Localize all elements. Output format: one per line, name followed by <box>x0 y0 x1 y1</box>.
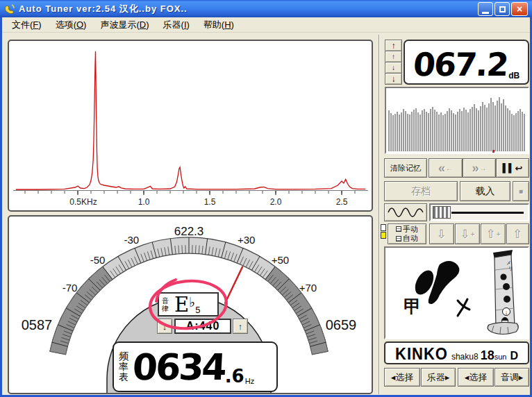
a440-up-button[interactable]: ↑ <box>233 319 248 334</box>
select-pitch-prev-button[interactable]: ◂选择 <box>458 368 494 387</box>
window-title: Auto Tuner ver:2.54 汉化..by FOX.. <box>19 3 188 15</box>
a440-down-button[interactable]: ↓ <box>157 319 172 334</box>
load-button[interactable]: 载入 <box>460 181 510 201</box>
slider-track[interactable] <box>451 212 524 214</box>
db-down-fine-button[interactable]: ↓ <box>385 62 402 74</box>
meri-text-2: リ <box>508 266 513 271</box>
fat-down-arrow-icon: ⇩ <box>436 227 446 242</box>
level-meter <box>385 87 529 154</box>
frequency-display: 频率表 0634 .6 Hz <box>113 341 278 392</box>
fat-up-arrow-icon: ⇧ <box>513 227 522 242</box>
manual-mode-icon <box>396 226 401 232</box>
maximize-button[interactable] <box>494 2 510 16</box>
return-arrow-icon: ↩ <box>515 163 523 174</box>
right-triangle-icon: ▸ <box>519 372 524 382</box>
forward-icon: » <box>472 161 479 176</box>
shift-down-button[interactable]: ⇩ <box>429 223 454 244</box>
svg-text:0659: 0659 <box>326 317 357 332</box>
meri-text-1: メ <box>506 260 511 265</box>
shift-up-plus-button[interactable]: ⇧+ <box>481 223 506 244</box>
db-down-coarse-button[interactable]: ↓ <box>385 73 402 85</box>
mode-toggle-button[interactable]: 手动 自动 <box>388 223 426 244</box>
tuning-gauge-panel: -70-50-30+30+50+70622.305870659 音律 E♭5 ↓… <box>8 215 373 394</box>
note-prefix-label: 音律 <box>162 297 170 312</box>
menu-options[interactable]: 选项(O) <box>49 17 94 33</box>
db-display: 067.2 dB <box>404 40 529 85</box>
db-unit: dB <box>508 71 519 81</box>
minimize-icon <box>482 12 489 14</box>
svg-text:1.0: 1.0 <box>138 197 150 207</box>
down-arrow-icon: ↓ <box>163 321 167 332</box>
volume-slider[interactable] <box>429 203 529 221</box>
select-instrument-prev-button[interactable]: ◂选择 <box>384 368 420 387</box>
note-display: 音律 E♭5 <box>158 292 219 316</box>
forward-button[interactable]: »→ <box>463 158 496 178</box>
shift-down-plus-button[interactable]: ⇩+ <box>455 223 480 244</box>
frequency-value: 0634 <box>132 349 226 385</box>
menu-bar: 文件(F) 选项(O) 声波显示(D) 乐器(I) 帮助(H) <box>2 17 530 33</box>
frequency-decimal: .6 <box>225 366 244 387</box>
octave-kanji: 甲 <box>404 296 421 316</box>
shift-up-button[interactable]: ⇧ <box>506 223 529 244</box>
down-arrow-bold-icon: ↓ <box>392 74 396 84</box>
note-value: E♭5 <box>170 294 200 315</box>
frequency-unit: Hz <box>245 377 254 385</box>
svg-text:2.0: 2.0 <box>270 197 282 207</box>
model-key: D <box>510 350 518 362</box>
window-border-left <box>0 17 2 397</box>
spectrum-panel: 0.5KHz1.01.52.02.5 <box>8 40 373 212</box>
slider-thumb[interactable] <box>433 206 451 219</box>
up-arrow-icon: ↑ <box>392 53 395 60</box>
instrument-model-display: KINKO shaku8 18 sun D <box>384 341 529 364</box>
svg-text:-70: -70 <box>63 282 78 294</box>
stop-button[interactable]: ■ <box>513 181 529 201</box>
select-pitch-next-button[interactable]: 音调▸ <box>494 368 529 387</box>
menu-help[interactable]: 帮助(H) <box>197 17 241 33</box>
sine-wave-button[interactable] <box>384 203 427 221</box>
svg-text:0587: 0587 <box>22 317 53 332</box>
clear-memory-button[interactable]: 清除记忆 <box>384 158 427 178</box>
spectrum-plot: 0.5KHz1.01.52.02.5 <box>9 41 372 210</box>
frequency-display-title: 频率表 <box>119 351 130 382</box>
db-up-coarse-button[interactable]: ↑ <box>385 40 402 51</box>
model-name: shaku8 <box>451 352 479 362</box>
menu-waveform-display[interactable]: 声波显示(D) <box>93 17 156 33</box>
pause-icon: ▌▌ <box>503 163 515 173</box>
db-up-fine-button[interactable]: ↑ <box>385 51 402 62</box>
stop-icon: ■ <box>519 187 523 195</box>
save-button[interactable]: 存档 <box>384 181 458 201</box>
down-arrow-icon: ↓ <box>392 64 395 71</box>
svg-text:+30: +30 <box>238 234 255 246</box>
menu-file[interactable]: 文件(F) <box>5 17 49 33</box>
rewind-icon: « <box>438 161 445 176</box>
svg-text:622.3: 622.3 <box>174 225 204 238</box>
svg-text:+70: +70 <box>299 282 317 294</box>
auto-indicator <box>381 232 386 239</box>
manual-indicator <box>381 224 386 231</box>
level-bars <box>386 88 528 153</box>
brush-stroke-curve <box>429 261 460 304</box>
notation-image-panel: 甲 メ リ ↓ <box>384 246 529 339</box>
model-size-unit: sun <box>494 353 507 361</box>
level-marker <box>492 150 494 153</box>
db-value: 067.2 <box>412 49 508 81</box>
svg-text:2.5: 2.5 <box>336 197 348 207</box>
rewind-button[interactable]: «← <box>429 158 463 178</box>
maximize-icon <box>499 6 506 12</box>
fat-up-arrow-icon: ⇧ <box>485 227 495 242</box>
up-arrow-icon: ↑ <box>238 321 243 332</box>
minimize-button[interactable] <box>478 2 493 16</box>
right-triangle-icon: ▸ <box>445 372 450 382</box>
a440-display: A:440 <box>174 319 231 334</box>
flute-drawing: メ リ ↓ <box>488 250 518 335</box>
select-instrument-next-button[interactable]: 乐器▸ <box>421 368 456 387</box>
pause-button[interactable]: ▌▌↩ <box>496 158 529 178</box>
menu-instrument[interactable]: 乐器(I) <box>156 17 197 33</box>
hole-arrow: ↓ <box>505 309 508 316</box>
close-button[interactable]: × <box>511 2 528 16</box>
svg-text:1.5: 1.5 <box>204 197 216 207</box>
svg-text:-50: -50 <box>90 254 106 266</box>
phone-icon <box>3 3 16 15</box>
svg-text:-30: -30 <box>124 234 139 246</box>
app-window: Auto Tuner ver:2.54 汉化..by FOX.. × 文件(F)… <box>0 0 532 397</box>
